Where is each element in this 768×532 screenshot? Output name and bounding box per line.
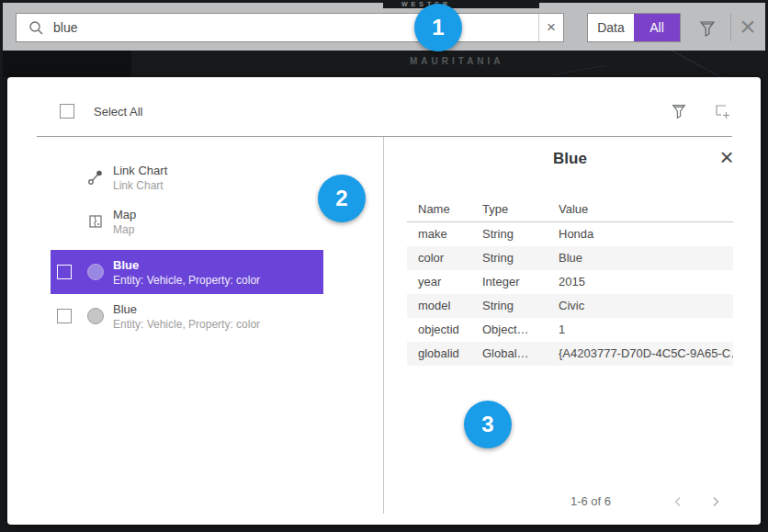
- pagination-next-icon[interactable]: [705, 491, 727, 513]
- entity-icon: [87, 308, 104, 324]
- result-item-link-chart[interactable]: Link Chart Link Chart: [51, 156, 323, 198]
- scope-option-data[interactable]: Data: [588, 14, 634, 41]
- result-checkbox[interactable]: [57, 309, 72, 323]
- map-label-western-sahara: WESTER: [383, 0, 539, 8]
- link-chart-icon: [78, 169, 113, 186]
- result-subtitle: Link Chart: [113, 179, 167, 192]
- callout-2: 2: [318, 175, 366, 222]
- map-border-line: [551, 65, 605, 75]
- select-all-label: Select All: [94, 105, 142, 119]
- callout-3: 3: [464, 401, 512, 448]
- table-row: year Integer 2015: [407, 270, 733, 294]
- search-icon: [28, 19, 44, 36]
- search-box: ×: [16, 13, 564, 42]
- toolbar-divider: [730, 14, 731, 41]
- scope-option-all[interactable]: All: [634, 14, 680, 41]
- search-results-panel: Select All Link Chart Link Chart: [7, 77, 761, 525]
- pagination-prev-icon[interactable]: [667, 491, 689, 513]
- result-title: Blue: [113, 258, 260, 272]
- result-item-blue[interactable]: Blue Entity: Vehicle, Property: color: [51, 294, 323, 338]
- clear-search-button[interactable]: ×: [538, 14, 563, 41]
- panel-divider: [383, 137, 384, 514]
- map-landmass: [3, 51, 131, 77]
- table-row: color String Blue: [407, 246, 733, 270]
- detail-close-icon[interactable]: ×: [713, 143, 740, 171]
- table-header: Name Type Value: [407, 197, 733, 221]
- table-row: model String Civic: [407, 294, 733, 318]
- result-subtitle: Entity: Vehicle, Property: color: [113, 274, 260, 287]
- result-title: Map: [113, 208, 136, 221]
- property-table: Name Type Value make String Honda color …: [407, 197, 733, 366]
- result-item-blue-selected[interactable]: Blue Entity: Vehicle, Property: color: [51, 250, 323, 294]
- pagination-label: 1-6 of 6: [536, 492, 646, 511]
- column-header-type: Type: [482, 197, 559, 221]
- table-row: globalid Global… {A4203777-D70D-4C5C-9A6…: [407, 342, 733, 366]
- map-icon: [78, 213, 113, 230]
- search-toolbar: × Data All ×: [3, 3, 765, 51]
- result-item-map[interactable]: Map Map: [51, 200, 323, 243]
- entity-icon: [87, 264, 104, 280]
- result-title: Link Chart: [113, 164, 167, 177]
- detail-title: Blue: [407, 150, 733, 168]
- column-header-name: Name: [418, 197, 482, 221]
- result-subtitle: Map: [113, 223, 136, 236]
- header-divider: [37, 136, 732, 137]
- result-subtitle: Entity: Vehicle, Property: color: [113, 318, 260, 331]
- close-search-icon[interactable]: ×: [735, 12, 761, 41]
- results-filter-icon[interactable]: [670, 102, 688, 120]
- column-header-value: Value: [559, 197, 733, 221]
- table-row: make String Honda: [407, 222, 733, 246]
- result-title: Blue: [113, 302, 260, 316]
- add-to-selection-icon[interactable]: [713, 102, 731, 120]
- search-input[interactable]: [44, 20, 538, 35]
- map-label-mauritania: MAURITANIA: [410, 56, 504, 66]
- search-scope-toggle: Data All: [587, 13, 681, 42]
- result-checkbox[interactable]: [57, 265, 72, 279]
- filter-icon[interactable]: [697, 18, 717, 39]
- table-row: objectid Object… 1: [407, 318, 733, 342]
- app-screen: × Data All × WESTER MAURITANIA Select Al…: [0, 0, 768, 532]
- select-all-checkbox[interactable]: [60, 104, 74, 119]
- callout-1: 1: [414, 4, 462, 51]
